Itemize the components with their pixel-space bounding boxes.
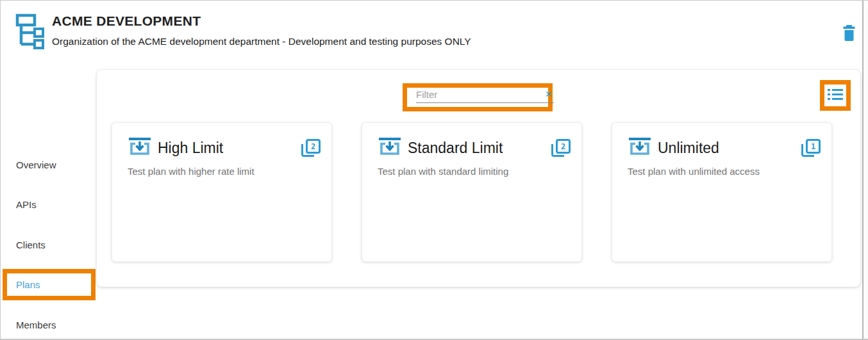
sidebar-item-overview[interactable]: Overview [1,156,97,173]
plan-description: Test plan with higher rate limit [128,166,255,177]
list-view-annotation-box [820,80,851,111]
clear-x-icon: ✕ [545,89,553,99]
filter-field: ✕ [416,88,554,103]
plan-card-standard-limit[interactable]: Standard Limit 2 Test plan with standard… [362,122,582,262]
plan-card-high-limit[interactable]: High Limit 2 Test plan with higher rate … [112,122,332,262]
plan-icon [628,137,652,159]
trash-icon [841,34,857,44]
plan-description: Test plan with unlimited access [628,166,760,177]
badge-count: 1 [806,139,821,154]
badge-count: 2 [556,139,571,154]
plan-title: Standard Limit [408,140,503,157]
plans-panel: ✕ High Li [97,70,860,287]
page-title: ACME DEVELOPMENT [52,13,201,29]
delete-organization-button[interactable] [838,22,860,44]
list-view-toggle-button[interactable] [828,88,843,102]
list-view-icon [828,88,843,102]
api-count-badge-icon: 2 [301,139,321,157]
page-subtitle: Organization of the ACME development dep… [52,36,471,47]
filter-annotation-box: ✕ [403,83,553,111]
org-hierarchy-icon [15,13,47,54]
api-count-badge-icon: 2 [551,139,571,157]
sidebar-item-clients[interactable]: Clients [1,236,97,253]
api-count-badge-icon: 1 [801,139,821,157]
filter-clear-button[interactable]: ✕ [544,90,554,101]
plan-title: High Limit [158,140,223,157]
plan-card-unlimited[interactable]: Unlimited 1 Test plan with unlimited acc… [612,122,832,262]
plan-icon [128,137,152,159]
plan-icon [378,137,402,159]
plan-title: Unlimited [658,140,719,157]
window-right-gutter [862,1,868,340]
sidebar-item-plans[interactable]: Plans [3,269,96,300]
sidebar-item-members[interactable]: Members [1,316,97,333]
sidebar-item-apis[interactable]: APIs [1,196,97,213]
badge-count: 2 [306,139,321,154]
plan-description: Test plan with standard limiting [378,166,508,177]
plan-card-header: Standard Limit 2 [378,136,571,160]
sidebar-nav: Overview APIs Clients Plans Members Chan… [1,65,97,340]
plan-card-header: Unlimited 1 [628,136,821,160]
organization-header: ACME DEVELOPMENT Organization of the ACM… [1,1,863,65]
filter-input[interactable] [416,88,544,102]
plan-card-header: High Limit 2 [128,136,321,160]
